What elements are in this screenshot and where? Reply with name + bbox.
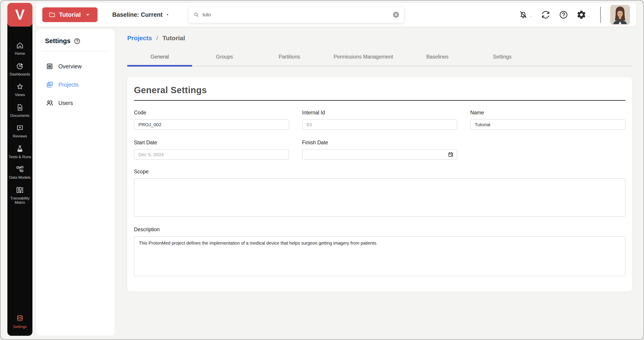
nav-label: Documents bbox=[10, 113, 30, 118]
visure-logo[interactable]: V bbox=[8, 3, 32, 26]
nav-label: Home bbox=[15, 51, 25, 56]
gear-icon bbox=[576, 10, 586, 20]
nav-item-data-models[interactable]: Data Models bbox=[8, 165, 32, 180]
field-scope: Scope bbox=[134, 169, 626, 218]
logo-letter: V bbox=[15, 6, 25, 23]
sync-button[interactable] bbox=[541, 10, 550, 20]
app-window: V Home Dashboards Views Documents Review… bbox=[0, 0, 644, 340]
nav-item-dashboards[interactable]: Dashboards bbox=[8, 62, 32, 77]
document-icon bbox=[16, 103, 24, 111]
caret-down-icon bbox=[84, 11, 91, 18]
nav-item-documents[interactable]: Documents bbox=[8, 103, 32, 118]
description-textarea[interactable]: This ProtonMed project defines the imple… bbox=[134, 236, 626, 276]
field-start-date: Start Date bbox=[134, 140, 289, 160]
field-name: Name bbox=[470, 110, 626, 130]
tab-general[interactable]: General bbox=[127, 54, 192, 66]
overview-icon bbox=[46, 62, 54, 70]
topbar: Tutorial Baseline: Current bbox=[36, 3, 636, 26]
field-description: Description This ProtonMed project defin… bbox=[134, 227, 626, 277]
data-models-icon bbox=[16, 165, 24, 173]
nav-label: Traceability Matrix bbox=[8, 196, 32, 205]
chevron-down-icon bbox=[529, 15, 533, 18]
field-empty bbox=[470, 140, 626, 160]
scope-textarea[interactable] bbox=[134, 178, 626, 217]
internal-id-input bbox=[302, 119, 457, 130]
general-settings-card: General Settings Code Internal Id Name S… bbox=[127, 77, 632, 292]
database-icon bbox=[16, 315, 24, 323]
settings-item-label: Overview bbox=[58, 63, 82, 70]
nav-item-views[interactable]: Views bbox=[8, 83, 32, 97]
search-icon bbox=[193, 11, 200, 18]
tab-groups[interactable]: Groups bbox=[192, 54, 257, 66]
settings-menu[interactable] bbox=[576, 10, 591, 20]
field-code: Code bbox=[134, 110, 289, 130]
settings-item-label: Projects bbox=[58, 81, 78, 88]
flask-icon bbox=[16, 145, 24, 153]
scope-label: Scope bbox=[134, 169, 626, 175]
tab-settings[interactable]: Settings bbox=[470, 54, 535, 66]
projects-icon bbox=[46, 81, 54, 88]
help-button[interactable] bbox=[558, 10, 568, 20]
tab-baselines[interactable]: Baselines bbox=[405, 54, 470, 66]
tab-permissions-management[interactable]: Permissions Management bbox=[322, 54, 405, 66]
topbar-actions bbox=[518, 5, 630, 24]
breadcrumb-separator: / bbox=[156, 35, 158, 41]
baseline-selector[interactable]: Baseline: Current bbox=[112, 11, 170, 18]
user-avatar[interactable] bbox=[610, 5, 630, 24]
review-bubble-icon bbox=[16, 124, 24, 132]
settings-panel-header: Settings bbox=[36, 29, 115, 45]
caret-down-icon bbox=[165, 12, 170, 17]
dashboards-icon bbox=[16, 62, 24, 70]
panel-divider bbox=[42, 51, 109, 51]
settings-item-overview[interactable]: Overview bbox=[36, 57, 115, 75]
nav-label: Dashboards bbox=[10, 72, 30, 77]
settings-item-label: Users bbox=[58, 100, 73, 106]
search-input[interactable] bbox=[202, 12, 389, 18]
finish-date-input[interactable] bbox=[302, 149, 457, 160]
global-search bbox=[188, 6, 404, 23]
name-input[interactable] bbox=[470, 119, 626, 130]
nav-item-reviews[interactable]: Reviews bbox=[8, 124, 32, 138]
nav-label: Settings bbox=[13, 325, 26, 329]
folder-icon bbox=[48, 11, 56, 18]
avatar-portrait bbox=[611, 5, 630, 24]
settings-item-users[interactable]: Users bbox=[36, 94, 115, 112]
chevron-down-icon bbox=[587, 15, 591, 18]
notifications-off-icon bbox=[518, 10, 528, 20]
breadcrumb: Projects / Tutorial bbox=[127, 35, 632, 42]
name-label: Name bbox=[470, 110, 626, 116]
code-input[interactable] bbox=[134, 119, 289, 130]
tab-partitions[interactable]: Partitions bbox=[257, 54, 322, 66]
settings-item-projects[interactable]: Projects bbox=[36, 75, 115, 94]
traceability-matrix-icon bbox=[16, 186, 24, 194]
finish-date-label: Finish Date bbox=[302, 140, 457, 146]
description-label: Description bbox=[134, 227, 626, 233]
help-circle-icon[interactable] bbox=[74, 37, 81, 45]
start-date-label: Start Date bbox=[134, 140, 289, 146]
breadcrumb-projects-link[interactable]: Projects bbox=[127, 35, 152, 41]
nav-label: Tests & Runs bbox=[9, 155, 31, 159]
calendar-icon[interactable] bbox=[448, 151, 454, 157]
card-title: General Settings bbox=[134, 85, 626, 95]
home-icon bbox=[16, 41, 24, 49]
notifications-toggle[interactable] bbox=[518, 10, 533, 20]
breadcrumb-current: Tutorial bbox=[162, 35, 185, 41]
general-settings-form: Code Internal Id Name Start Date Finish … bbox=[134, 110, 626, 160]
nav-item-settings[interactable]: Settings bbox=[8, 315, 32, 329]
nav-item-traceability-matrix[interactable]: Traceability Matrix bbox=[8, 186, 32, 205]
finish-date-wrap bbox=[302, 149, 457, 160]
project-button-label: Tutorial bbox=[59, 11, 81, 18]
internal-id-label: Internal Id bbox=[302, 110, 457, 116]
nav-item-tests-runs[interactable]: Tests & Runs bbox=[8, 145, 32, 159]
project-selector-button[interactable]: Tutorial bbox=[42, 7, 98, 22]
search-clear-button[interactable] bbox=[392, 11, 400, 18]
baseline-label: Baseline: Current bbox=[112, 11, 162, 18]
left-nav-rail: Home Dashboards Views Documents Reviews … bbox=[8, 4, 32, 336]
project-tabs: General Groups Partitions Permissions Ma… bbox=[127, 54, 632, 66]
main-content: Projects / Tutorial General Groups Parti… bbox=[127, 35, 632, 292]
star-icon bbox=[16, 83, 24, 91]
clear-circle-icon bbox=[392, 11, 400, 18]
nav-item-home[interactable]: Home bbox=[8, 41, 32, 56]
settings-side-panel: Settings Overview Projects Users bbox=[36, 29, 115, 336]
nav-label: Data Models bbox=[9, 175, 30, 180]
